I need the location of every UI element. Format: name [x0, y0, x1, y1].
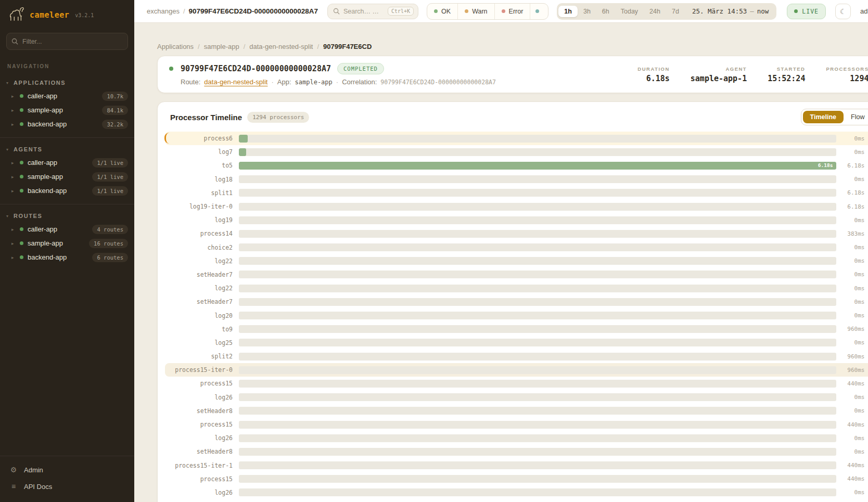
moon-icon: ☾	[840, 7, 847, 16]
search-box[interactable]: Ctrl+K	[327, 4, 418, 19]
sidebar-item-sample-app[interactable]: ▸ sample-app 1/1 live	[0, 170, 134, 184]
timeline-row[interactable]: log26 0ms	[165, 431, 868, 445]
time-range-6h[interactable]: 6h	[596, 6, 615, 17]
sidebar-item-sample-app[interactable]: ▸ sample-app 16 routes	[0, 236, 134, 250]
breadcrumb-exchanges[interactable]: exchanges	[147, 7, 180, 15]
nav-section-header[interactable]: ▾ APPLICATIONS	[0, 78, 134, 89]
timeline-row[interactable]: log19-iter-0 6.18s	[165, 200, 868, 213]
processor-name: process15-iter-1	[167, 462, 239, 469]
kebab-menu-icon[interactable]: ⋮	[864, 366, 868, 374]
sidebar-item-backend-app[interactable]: ▸ backend-app 6 routes	[0, 250, 134, 264]
timeline-row[interactable]: split1 6.18s	[165, 186, 868, 200]
timeline-row[interactable]: choice2 0ms	[165, 241, 868, 254]
timeline-row[interactable]: process15 440ms	[165, 472, 868, 486]
sidebar-item-sample-app[interactable]: ▸ sample-app 84.1k	[0, 103, 134, 117]
app-logo[interactable]: cameleer v3.2.1	[0, 0, 134, 29]
status-dot-icon	[434, 9, 438, 13]
processor-name: log25	[167, 339, 239, 346]
time-range-7d[interactable]: 7d	[666, 6, 685, 17]
timeline-row[interactable]: log19 0ms	[165, 213, 868, 227]
filter-input[interactable]	[6, 33, 128, 50]
sidebar-item-caller-app[interactable]: ▸ caller-app 1/1 live	[0, 156, 134, 170]
live-toggle[interactable]: LIVE	[787, 4, 826, 19]
breadcrumb-segment[interactable]: Applications	[157, 43, 194, 50]
timeline-row[interactable]: process15-iter-0 960ms ⋮	[165, 363, 868, 377]
time-range-group: 1h3h6hToday24h7d 25. März 14:53—now	[557, 3, 776, 20]
route-link[interactable]: data-gen-nested-split	[204, 78, 267, 86]
flow-view-button[interactable]: Flow	[844, 111, 868, 123]
stat-label: AGENT	[691, 66, 747, 72]
search-input[interactable]	[343, 8, 384, 15]
timeline-row[interactable]: process15 440ms	[165, 418, 868, 431]
content-area: Applications/sample-app/data-gen-nested-…	[134, 23, 868, 502]
sidebar-item-backend-app[interactable]: ▸ backend-app 32.2k	[0, 117, 134, 131]
footer-item-label: API Docs	[24, 483, 52, 491]
timeline-row[interactable]: process15 440ms	[165, 377, 868, 390]
sidebar-item-backend-app[interactable]: ▸ backend-app 1/1 live	[0, 184, 134, 198]
status-dot-icon	[465, 9, 468, 13]
duration-label: 960ms	[836, 367, 864, 374]
status-filter-warn[interactable]: Warn	[457, 4, 494, 19]
timeline-title: Processor Timeline	[170, 113, 242, 122]
nav-section-header[interactable]: ▾ ROUTES	[0, 211, 134, 222]
timeline-header: Processor Timeline 1294 processors Timel…	[165, 102, 868, 130]
status-filter-ok[interactable]: OK	[427, 4, 457, 19]
duration-label: 440ms	[836, 475, 864, 482]
breadcrumb-segment[interactable]: sample-app	[204, 43, 239, 50]
timeline-row[interactable]: process15-iter-1 440ms	[165, 459, 868, 472]
breadcrumb-separator: /	[198, 43, 200, 50]
timeline-row[interactable]: log7 0ms	[165, 145, 868, 159]
nav-sections: ▾ APPLICATIONS ▸ caller-app 10.7k ▸ samp…	[0, 71, 134, 264]
app-name: cameleer	[30, 10, 69, 20]
sidebar-footer-item[interactable]: ≡ API Docs	[0, 478, 134, 495]
status-dot-icon	[169, 67, 173, 71]
sidebar-item-caller-app[interactable]: ▸ caller-app 10.7k	[0, 89, 134, 103]
nav-section-header[interactable]: ▾ AGENTS	[0, 144, 134, 156]
status-filter-error[interactable]: Error	[494, 4, 530, 19]
processor-name: setHeader7	[167, 298, 239, 305]
kebab-menu-icon[interactable]: ⋮	[864, 135, 868, 143]
timeline-row[interactable]: setHeader8 0ms	[165, 445, 868, 458]
time-range-today[interactable]: Today	[615, 6, 644, 17]
timeline-bar-track	[239, 488, 836, 496]
time-range-24h[interactable]: 24h	[644, 6, 666, 17]
breadcrumb-segment[interactable]: data-gen-nested-split	[249, 43, 313, 50]
cursor-bracket-icon	[164, 133, 169, 144]
theme-toggle-button[interactable]: ☾	[835, 4, 851, 19]
timeline-row[interactable]: log26 0ms	[165, 391, 868, 404]
time-range-3h[interactable]: 3h	[578, 6, 596, 17]
timeline-bar-track: 6.18s	[239, 162, 836, 170]
timeline-row[interactable]: log18 0ms	[165, 173, 868, 186]
status-dot-icon	[20, 241, 23, 245]
timeline-row[interactable]: process6 0ms ⋮	[165, 132, 868, 145]
timeline-row[interactable]: to5 6.18s 6.18s	[165, 159, 868, 172]
topbar: exchanges / 90799F47E6CD24D-000000000000…	[134, 0, 868, 23]
timeline-row[interactable]: setHeader7 0ms	[165, 268, 868, 281]
sidebar-item-badge: 10.7k	[102, 92, 128, 101]
timeline-row[interactable]: log26 0ms	[165, 486, 868, 499]
status-filter-dot[interactable]	[530, 4, 548, 19]
timeline-row[interactable]: process14 383ms	[165, 227, 868, 240]
live-dot-icon	[794, 9, 798, 13]
sidebar-item-badge: 16 routes	[89, 239, 128, 248]
nav-section-title: AGENTS	[14, 146, 42, 152]
timeline-row[interactable]: to9 960ms	[165, 323, 868, 336]
processor-name: to5	[167, 162, 239, 169]
sidebar-item-caller-app[interactable]: ▸ caller-app 4 routes	[0, 222, 134, 236]
time-range-display[interactable]: 25. März 14:53—now	[685, 7, 775, 15]
sidebar-item-badge: 1/1 live	[92, 158, 128, 168]
timeline-row[interactable]: log22 0ms	[165, 281, 868, 295]
timeline-row[interactable]: setHeader7 0ms	[165, 295, 868, 308]
timeline-row[interactable]: setHeader8 0ms	[165, 404, 868, 418]
menu-icon: ≡	[9, 482, 18, 491]
processor-name: process6	[167, 135, 239, 142]
time-range-1h[interactable]: 1h	[558, 6, 578, 17]
timeline-row[interactable]: split2 960ms	[165, 350, 868, 363]
timeline-row[interactable]: log20 0ms	[165, 308, 868, 322]
timeline-row[interactable]: log25 0ms	[165, 336, 868, 350]
timeline-row[interactable]: log22 0ms	[165, 254, 868, 268]
sidebar-footer-item[interactable]: ⚙ Admin	[0, 461, 134, 478]
timeline-view-button[interactable]: Timeline	[803, 111, 844, 123]
processor-count-badge: 1294 processors	[247, 112, 309, 123]
search-shortcut: Ctrl+K	[388, 7, 414, 16]
